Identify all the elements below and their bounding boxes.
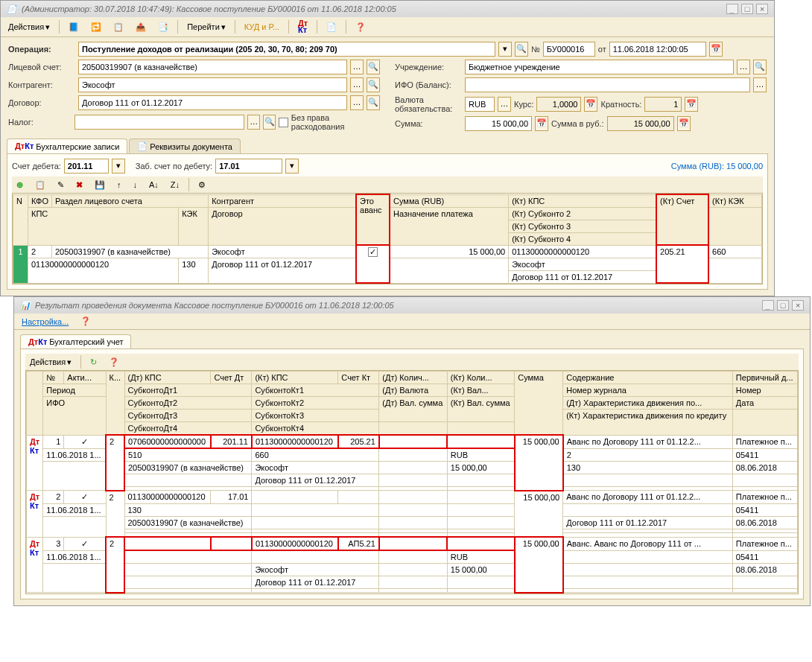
ls-label: Лицевой счет: xyxy=(8,63,75,71)
table-row[interactable]: 1 2 20500319907 (в казначействе) Экософт… xyxy=(13,245,762,258)
search-icon[interactable]: 🔍 xyxy=(367,60,380,74)
number-field[interactable] xyxy=(543,42,595,57)
operation-select[interactable] xyxy=(78,42,495,57)
calc-icon[interactable]: 📅 xyxy=(535,116,548,131)
nalog-label: Налог: xyxy=(8,118,72,127)
dog-field[interactable] xyxy=(78,95,347,110)
col-sub4: (Кт) Субконто 4 xyxy=(509,232,656,245)
search-icon[interactable]: 🔍 xyxy=(515,42,528,57)
dropdown-icon[interactable]: ▾ xyxy=(498,42,512,57)
actions-menu[interactable]: Действия ▾ xyxy=(4,21,54,34)
titlebar: 📄 (Администратор: 30.07.2018 10:47:49): … xyxy=(1,1,774,17)
sort-az-icon[interactable]: A↓ xyxy=(145,179,163,191)
ifo-label: ИФО (Баланс): xyxy=(395,80,462,89)
col-kontr: Контрагент xyxy=(209,194,356,207)
entries-grid[interactable]: N КФО Раздел лицевого счета Контрагент Э… xyxy=(12,193,763,284)
goto-menu[interactable]: Перейти ▾ xyxy=(183,21,230,34)
summa-display: Сумма (RUB): 15 000,00 xyxy=(671,162,763,171)
zab-label: Заб. счет по дебету: xyxy=(136,162,212,171)
maximize-icon[interactable]: □ xyxy=(741,4,753,14)
kurs-label: Курс: xyxy=(514,100,533,109)
date-field[interactable] xyxy=(609,42,706,57)
uchr-field[interactable] xyxy=(465,60,734,74)
summa-rub-label: Сумма в руб.: xyxy=(551,119,604,128)
col-nazn: Назначение платежа xyxy=(390,207,509,245)
col-avans: Это аванс xyxy=(356,194,390,245)
down-icon[interactable]: ↓ xyxy=(129,179,142,191)
operation-label: Операция: xyxy=(8,45,75,54)
close-icon[interactable]: × xyxy=(756,4,768,14)
doc-icon: 📄 xyxy=(7,4,17,14)
kurs-field xyxy=(536,97,581,112)
date-label: от xyxy=(598,45,606,54)
schet-debeta-field[interactable] xyxy=(64,159,109,174)
col-kt-kek: (Кт) КЭК xyxy=(708,194,761,207)
schet-debeta-label: Счет дебета: xyxy=(12,162,61,171)
ifo-field[interactable] xyxy=(465,77,750,92)
dtkt-icon[interactable]: ДтКт xyxy=(294,19,312,35)
col-kek: КЭК xyxy=(179,207,209,245)
summa-rub-field xyxy=(607,116,674,131)
report-icon[interactable]: 📄 xyxy=(322,21,341,34)
col-kfo: КФО xyxy=(28,194,52,207)
summa-field[interactable] xyxy=(465,116,532,131)
tool-1[interactable]: 📘 xyxy=(64,21,83,34)
main-toolbar: Действия ▾ 📘 🔁 📋 📤 📑 Перейти ▾ КУД и Р..… xyxy=(1,17,774,37)
calendar-icon[interactable]: 📅 xyxy=(709,42,723,57)
up-icon[interactable]: ↑ xyxy=(112,179,126,191)
col-razdel: Раздел лицевого счета xyxy=(51,194,208,207)
edit-icon[interactable]: ✎ xyxy=(53,179,69,191)
delete-icon[interactable]: ✖ xyxy=(72,179,87,191)
num-label: № xyxy=(531,45,540,54)
bez-prava-checkbox[interactable] xyxy=(279,118,288,127)
save-icon[interactable]: 💾 xyxy=(90,179,110,191)
nalog-field[interactable] xyxy=(74,115,244,130)
sort-za-icon[interactable]: Z↓ xyxy=(166,179,184,191)
krat-field xyxy=(644,97,682,112)
copy-icon[interactable]: 📋 xyxy=(31,179,50,191)
val-label: Валюта обязательства: xyxy=(395,95,462,113)
tool-2[interactable]: 🔁 xyxy=(86,21,106,34)
summa-label: Сумма: xyxy=(395,119,462,128)
col-kt-schet: (Кт) Счет xyxy=(656,194,708,245)
uchr-label: Учреждение: xyxy=(395,63,462,71)
tool-3[interactable]: 📋 xyxy=(109,21,128,34)
col-n: N xyxy=(13,194,28,245)
dog-label: Договор: xyxy=(8,98,75,107)
tool-4[interactable]: 📤 xyxy=(131,21,150,34)
col-summa: Сумма (RUB) xyxy=(390,194,509,207)
col-dogovor: Договор xyxy=(209,207,356,245)
col-sub2: (Кт) Субконто 2 xyxy=(509,207,656,220)
more-icon[interactable]: … xyxy=(350,60,364,74)
window-title: (Администратор: 30.07.2018 10:47:49): Ка… xyxy=(22,4,396,13)
bez-prava-label: Без права расходования xyxy=(291,113,380,131)
zab-field[interactable] xyxy=(215,159,282,174)
tab-rekvizity[interactable]: 📄Реквизиты документа xyxy=(129,139,241,153)
tab-buh-zapisi[interactable]: ДтКт Бухгалтерские записи xyxy=(7,139,127,153)
settings-icon[interactable]: ⚙ xyxy=(194,179,210,191)
col-kps: КПС xyxy=(28,207,179,245)
help-icon[interactable]: ❓ xyxy=(351,21,370,34)
kontr-field[interactable] xyxy=(78,77,347,92)
minimize-icon[interactable]: _ xyxy=(726,4,738,14)
ls-field[interactable] xyxy=(78,60,347,74)
kudir-button[interactable]: КУД и Р... xyxy=(240,21,284,33)
kontr-label: Контрагент: xyxy=(8,80,75,89)
avans-checkbox[interactable]: ✓ xyxy=(368,247,378,257)
col-sub3: (Кт) Субконто 3 xyxy=(509,220,656,232)
col-kt-kps: (Кт) КПС xyxy=(509,194,656,207)
krat-label: Кратность: xyxy=(600,100,641,109)
add-icon[interactable]: ⊕ xyxy=(12,179,28,191)
val-field[interactable] xyxy=(465,97,495,112)
tool-5[interactable]: 📑 xyxy=(153,21,173,34)
